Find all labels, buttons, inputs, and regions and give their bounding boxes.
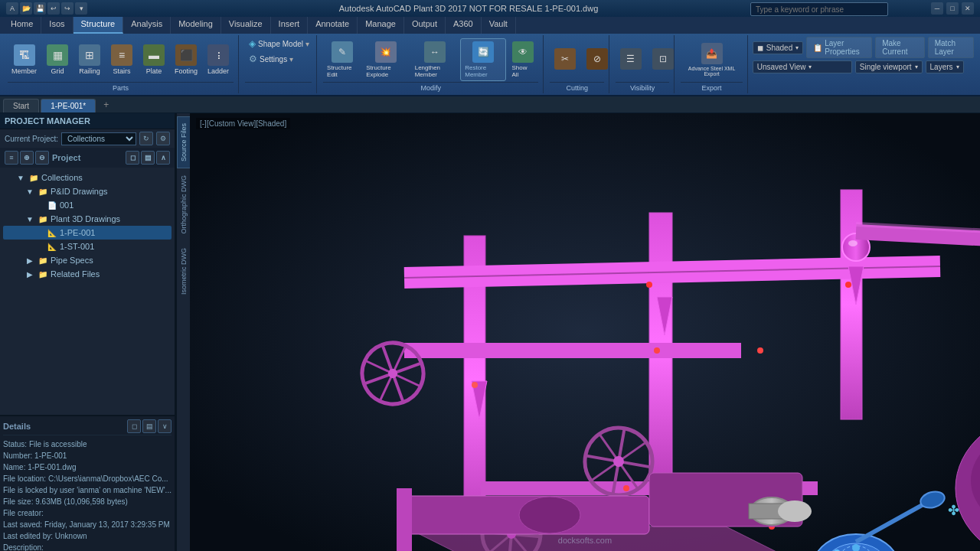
- tab-isos[interactable]: Isos: [41, 17, 73, 34]
- stairs-button[interactable]: ≡ Stairs: [106, 38, 137, 81]
- tree-item-1st001[interactable]: 📐 1-ST-001: [3, 240, 172, 253]
- side-tab-source-files[interactable]: Source Files: [177, 116, 191, 168]
- tab-annotate[interactable]: Annotate: [308, 17, 358, 34]
- pm-collapse-button[interactable]: ⊖: [35, 151, 49, 165]
- details-location: File location: C:\Users\ianma\Dropbox\AE…: [3, 473, 172, 484]
- ribbon-tabs[interactable]: Home Isos Structure Analysis Modeling Vi…: [0, 17, 980, 34]
- advance-steel-export-button[interactable]: 📤 Advance Steel XML Export: [681, 38, 742, 81]
- qat-save[interactable]: 💾: [34, 2, 46, 15]
- tree-item-plant3d[interactable]: ▼ 📁 Plant 3D Drawings: [3, 212, 172, 226]
- structure-explode-button[interactable]: 💥 Structure Explode: [362, 38, 409, 81]
- tab-output[interactable]: Output: [404, 17, 446, 34]
- doc-tabs[interactable]: Start 1-PE-001* +: [0, 96, 980, 113]
- pm-expand-button[interactable]: ⊕: [20, 151, 34, 165]
- unsaved-view-dropdown[interactable]: Unsaved View ▾: [753, 60, 852, 73]
- member-button[interactable]: 🏗 Member: [8, 38, 41, 81]
- tab-home[interactable]: Home: [3, 17, 41, 34]
- lengthen-member-icon: ↔: [424, 41, 446, 63]
- related-files-folder-icon: 📁: [38, 269, 48, 279]
- tab-modeling[interactable]: Modeling: [171, 17, 221, 34]
- tab-manage[interactable]: Manage: [358, 17, 404, 34]
- railing-button[interactable]: ⊞ Railing: [74, 38, 105, 81]
- plate-button[interactable]: ▬ Plate: [139, 38, 169, 81]
- qat-more[interactable]: ▾: [75, 2, 87, 15]
- tab-structure[interactable]: Structure: [74, 17, 124, 34]
- doc-tab-drawing[interactable]: 1-PE-001*: [41, 99, 96, 112]
- close-button[interactable]: ✕: [962, 2, 974, 15]
- project-section-header: ≡ ⊕ ⊖ Project ◻ ▤ ∧: [0, 148, 175, 168]
- cutting-btn1[interactable]: ✂: [550, 38, 580, 81]
- tab-a360[interactable]: A360: [446, 17, 482, 34]
- side-tab-orthographic-dwg[interactable]: Orthographic DWG: [177, 168, 191, 241]
- search-bar[interactable]: [750, 2, 888, 16]
- grid-button[interactable]: ▦ Grid: [42, 38, 73, 81]
- modify-buttons: ✎ Structure Edit 💥 Structure Explode ↔ L…: [323, 37, 538, 82]
- svg-point-39: [623, 485, 629, 491]
- tab-visualize[interactable]: Visualize: [221, 17, 271, 34]
- pm-refresh-button[interactable]: ↻: [139, 132, 153, 145]
- collections-dropdown[interactable]: Collections: [61, 132, 136, 145]
- shape-label: ​: [245, 82, 312, 92]
- shape-model-button[interactable]: ◈ Shape Model ▾: [245, 37, 313, 51]
- restore-member-button[interactable]: 🔄 Restore Member: [460, 38, 506, 81]
- tree-item-paid-drawings[interactable]: ▼ 📁 P&ID Drawings: [3, 184, 172, 198]
- ladder-button[interactable]: ⫶ Ladder: [203, 38, 234, 81]
- 1pe001-label: 1-PE-001: [60, 228, 95, 237]
- tree-item-pipe-specs[interactable]: ▶ 📁 Pipe Specs: [3, 253, 172, 267]
- tree-item-collections[interactable]: ▼ 📁 Collections: [3, 171, 172, 184]
- cutting-btn2[interactable]: ⊘: [582, 38, 612, 81]
- pm-view-mode2[interactable]: ▤: [141, 151, 155, 165]
- tab-vault[interactable]: Vault: [482, 17, 516, 34]
- svg-point-37: [757, 347, 763, 354]
- window-controls[interactable]: ─ □ ✕: [931, 2, 974, 15]
- tab-insert[interactable]: Insert: [271, 17, 309, 34]
- visibility-btn1[interactable]: ☰: [616, 38, 646, 81]
- tree-item-001[interactable]: 📄 001: [3, 198, 172, 212]
- side-tabs[interactable]: Source Files Orthographic DWG Isometric …: [176, 113, 190, 551]
- details-toolbar[interactable]: ◻ ▤ ∨: [127, 419, 172, 433]
- pm-toolbar[interactable]: ≡ ⊕ ⊖: [5, 151, 49, 165]
- pm-tree-view-button[interactable]: ≡: [5, 151, 18, 165]
- structure-edit-icon: ✎: [332, 41, 353, 63]
- 3d-scene[interactable]: ✤ docksofts.com: [190, 113, 980, 551]
- qat-undo[interactable]: ↩: [47, 2, 60, 15]
- qat-redo[interactable]: ↪: [61, 2, 74, 15]
- qat-open[interactable]: 📂: [20, 2, 32, 15]
- layers-dropdown[interactable]: Layers ▾: [926, 60, 964, 73]
- details-view2[interactable]: ▤: [142, 419, 156, 433]
- settings-button[interactable]: ⚙ Settings ▾: [245, 52, 297, 66]
- tree-item-related-files[interactable]: ▶ 📁 Related Files: [3, 267, 172, 281]
- search-input[interactable]: [750, 2, 888, 16]
- visibility-btn2[interactable]: ⊡: [648, 38, 678, 81]
- new-tab-button[interactable]: +: [97, 97, 115, 112]
- dwg-icon-1st001: 📐: [47, 241, 57, 252]
- modify-label: Modify: [323, 82, 538, 92]
- qat-new[interactable]: A: [6, 2, 18, 15]
- lengthen-member-button[interactable]: ↔ Lengthen Member: [411, 38, 459, 81]
- tab-analysis[interactable]: Analysis: [123, 17, 171, 34]
- quick-access-toolbar[interactable]: A 📂 💾 ↩ ↪ ▾: [6, 2, 87, 15]
- pm-settings-button[interactable]: ⚙: [156, 132, 170, 145]
- structure-edit-button[interactable]: ✎ Structure Edit: [323, 38, 361, 81]
- pm-view-mode1[interactable]: ◻: [126, 151, 139, 165]
- details-title: Details: [3, 422, 31, 431]
- maximize-button[interactable]: □: [946, 2, 959, 15]
- viewport[interactable]: [-][Custom View][Shaded]: [190, 113, 980, 551]
- match-layer-button[interactable]: Match Layer: [928, 37, 974, 58]
- left-panel: PROJECT MANAGER Current Project: Collect…: [0, 113, 176, 551]
- footing-button[interactable]: ⬛ Footing: [171, 38, 201, 81]
- details-collapse[interactable]: ∨: [158, 419, 172, 433]
- doc-tab-start[interactable]: Start: [3, 99, 39, 112]
- pm-close-panel[interactable]: ∧: [156, 151, 170, 165]
- show-all-button[interactable]: 👁 Show All: [508, 38, 538, 81]
- plant3d-folder-icon: 📁: [38, 214, 48, 224]
- details-view1[interactable]: ◻: [127, 419, 141, 433]
- minimize-button[interactable]: ─: [931, 2, 943, 15]
- make-current-button[interactable]: Make Current: [875, 37, 925, 58]
- tree-item-1pe001[interactable]: 📐 1-PE-001: [3, 226, 172, 240]
- layer-properties-button[interactable]: 📋 Layer Properties: [806, 37, 872, 58]
- details-last-edited: Last edited by: Unknown: [3, 530, 172, 542]
- side-tab-isometric-dwg[interactable]: Isometric DWG: [177, 241, 191, 302]
- single-viewport-dropdown[interactable]: Single viewport ▾: [855, 60, 923, 73]
- shaded-dropdown[interactable]: ◼ Shaded ▾: [753, 41, 803, 54]
